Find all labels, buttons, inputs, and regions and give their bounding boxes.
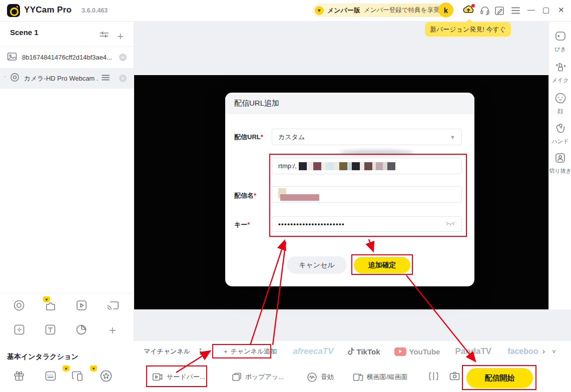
support-headset-icon[interactable] xyxy=(479,5,490,18)
redacted-name xyxy=(278,188,323,201)
url-field-label: 配信URL* xyxy=(234,133,263,142)
user-avatar[interactable]: k xyxy=(438,3,453,18)
camera-source-icon xyxy=(10,73,20,84)
window-minimize-button[interactable]: — xyxy=(527,6,535,13)
expand-down-icon[interactable]: ˅ xyxy=(552,348,556,355)
source-item-image[interactable]: 8b1674841476cff2d14bf3ae4... ✕ xyxy=(0,47,134,68)
add-source-tool-icon[interactable]: ＋ xyxy=(107,322,118,338)
blur-artifact xyxy=(339,150,414,155)
source-name: 8b1674841476cff2d14bf3ae4... xyxy=(22,54,112,61)
divider xyxy=(211,347,211,355)
menu-hamburger-icon[interactable] xyxy=(511,6,520,17)
popup-window-icon xyxy=(232,372,242,381)
remove-source-icon[interactable]: ✕ xyxy=(119,54,127,61)
titlebar: YYCam Pro 3.6.0.463 ♥ メンバー版 メンバー登録で特典を享受… xyxy=(0,0,571,22)
beauty-panel: びき メイク 顔 ハンド 切り抜き xyxy=(548,21,571,309)
cancel-button[interactable]: キャンセル xyxy=(287,256,347,274)
panel-item-biki[interactable]: びき xyxy=(549,30,571,53)
star-badge-icon[interactable] xyxy=(100,369,113,384)
panel-item-hand[interactable]: ハンド xyxy=(549,122,571,145)
kebab-menu-icon[interactable]: ⋮ xyxy=(196,347,205,356)
remove-source-icon[interactable]: ✕ xyxy=(119,75,127,82)
panel-item-face[interactable]: 顔 xyxy=(549,92,571,115)
member-title: メンバー版 xyxy=(327,6,360,15)
eye-off-icon[interactable] xyxy=(445,221,455,228)
rtmp-prefix: rtmp:/, xyxy=(278,162,297,170)
orientation-icon xyxy=(353,372,363,382)
split-view-icon[interactable] xyxy=(429,371,438,383)
tooltip-caret xyxy=(466,19,473,23)
interaction-section-title: 基本インタラクション xyxy=(7,352,79,361)
member-banner[interactable]: ♥ メンバー版 メンバー登録で特典を享受 xyxy=(312,4,446,17)
yycam-window: YYCam Pro 3.6.0.463 ♥ メンバー版 メンバー登録で特典を享受… xyxy=(0,0,571,392)
panel-item-label: ハンド xyxy=(549,138,571,145)
vip-badge: ♥ xyxy=(43,296,50,302)
confirm-add-button[interactable]: 追加確定 xyxy=(354,257,410,273)
panel-item-label: メイク xyxy=(549,77,571,84)
member-subtitle: メンバー登録で特典を享受 xyxy=(364,6,439,15)
selected-platform: カスタム xyxy=(278,133,305,142)
smiley-face-icon xyxy=(554,92,566,104)
window-close-button[interactable]: ✕ xyxy=(558,6,564,14)
stream-name-input[interactable] xyxy=(272,186,462,203)
source-item-camera[interactable]: ˆ カメラ-HD Pro Webcam ... ✕ xyxy=(0,68,134,89)
sound-effect-button[interactable]: 音効 xyxy=(307,372,334,382)
member-heart-icon: ♥ xyxy=(315,6,324,15)
platform-pandatv[interactable]: PandaTV xyxy=(455,346,491,356)
lipstick-icon xyxy=(554,61,566,73)
redacted-url xyxy=(299,162,395,170)
third-party-button[interactable]: サードパー... xyxy=(152,372,205,381)
key-field-label: キー* xyxy=(234,220,250,229)
platform-tiktok[interactable]: TikTok xyxy=(347,347,380,356)
url-platform-select[interactable]: カスタム ▼ xyxy=(272,129,462,145)
drag-handle-icon[interactable] xyxy=(101,74,110,83)
scene-add-icon[interactable]: ＋ xyxy=(115,29,126,43)
screenshot-camera-icon[interactable] xyxy=(449,371,460,382)
dialog-title: 配信URL追加 xyxy=(225,93,474,114)
tooltip-text: 新バージョン発見! 今すぐ xyxy=(430,25,506,34)
start-stream-button[interactable]: 配信開始 xyxy=(466,368,533,388)
chevron-down-icon: ▼ xyxy=(450,134,455,140)
app-title: YYCam Pro xyxy=(24,5,72,15)
add-channel-button[interactable]: ＋ チャンネル追加 xyxy=(222,347,277,356)
multi-device-icon[interactable] xyxy=(72,370,85,384)
orientation-button[interactable]: 横画面/縦画面 xyxy=(353,372,408,382)
platform-afreecatv[interactable]: afreecaTV xyxy=(293,346,333,356)
panel-item-label: びき xyxy=(549,46,571,53)
stream-key-input[interactable]: •••••••••••••••••••••• xyxy=(272,216,462,232)
popup-button[interactable]: ポップアッ... xyxy=(232,372,284,381)
vip-badge: ♥ xyxy=(90,365,97,371)
camera-tool-icon[interactable] xyxy=(13,299,25,313)
name-field-label: 配信名* xyxy=(234,191,256,200)
crop-tool-icon[interactable] xyxy=(14,324,25,337)
screencast-tool-icon[interactable] xyxy=(106,300,119,313)
gift-icon[interactable] xyxy=(13,369,25,383)
panel-item-cutout[interactable]: 切り抜き xyxy=(549,152,571,175)
panel-item-makeup[interactable]: メイク xyxy=(549,61,571,84)
platform-youtube[interactable]: YouTube xyxy=(394,347,440,356)
collapse-chevron-icon[interactable]: ˆ xyxy=(4,76,6,82)
rtmp-url-input[interactable]: rtmp:/, xyxy=(272,158,462,174)
scroll-right-icon[interactable]: › xyxy=(542,346,545,356)
my-channel-label[interactable]: マイチャンネル xyxy=(144,347,190,356)
comment-panel-icon[interactable] xyxy=(45,370,57,383)
sound-wave-icon xyxy=(307,372,317,382)
scene-sidebar: Scene 1 ＋ 8b1674841476cff2d14bf3ae4... ✕… xyxy=(0,21,134,392)
video-tool-icon[interactable] xyxy=(76,299,88,313)
text-tool-icon[interactable] xyxy=(45,324,56,337)
feedback-edit-icon[interactable] xyxy=(494,6,505,18)
divider xyxy=(0,293,134,293)
channel-bar: マイチャンネル ⋮ ＋ チャンネル追加 afreecaTV TikTok You… xyxy=(134,341,571,362)
new-version-tooltip[interactable]: 新バージョン発見! 今すぐ xyxy=(425,22,511,37)
image-source-icon xyxy=(7,52,17,63)
masked-key-value: •••••••••••••••••••••• xyxy=(278,220,345,228)
finger-heart-icon xyxy=(554,122,566,134)
update-cloud-icon[interactable] xyxy=(461,3,476,20)
sticker-tool-icon[interactable] xyxy=(76,324,87,337)
panel-item-label: 切り抜き xyxy=(549,167,571,175)
source-name: カメラ-HD Pro Webcam ... xyxy=(24,74,98,83)
platform-facebook[interactable]: faceboo xyxy=(507,347,538,356)
window-maximize-button[interactable]: ▢ xyxy=(542,6,549,14)
scene-filter-icon[interactable] xyxy=(99,30,109,41)
app-version: 3.6.0.463 xyxy=(82,7,108,14)
